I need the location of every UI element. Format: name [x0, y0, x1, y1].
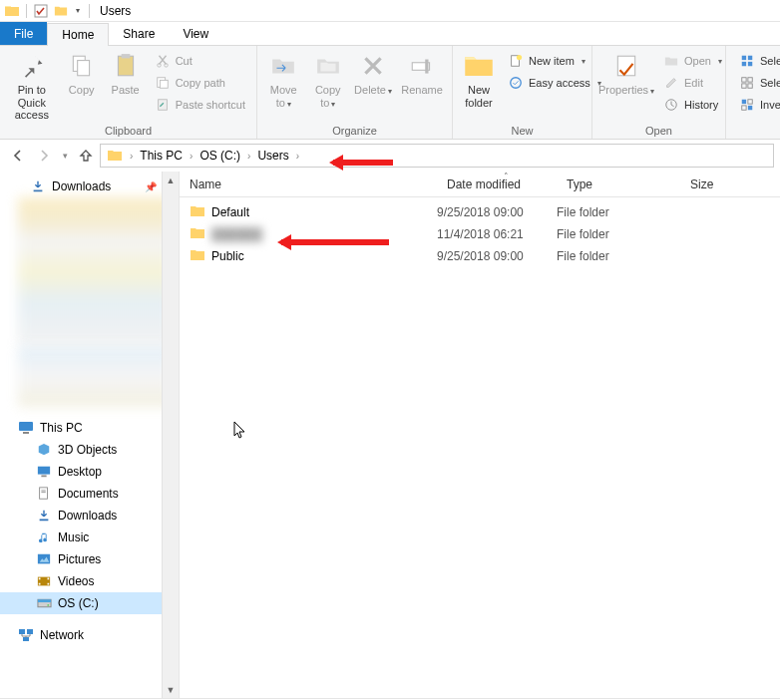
tree-3d-objects[interactable]: 3D Objects: [0, 439, 179, 461]
new-folder-icon: [463, 50, 495, 82]
qat-properties-icon[interactable]: [33, 3, 49, 19]
network-icon: [18, 627, 34, 643]
open-button[interactable]: Open▾: [660, 50, 725, 72]
svg-rect-25: [742, 100, 746, 104]
move-to-button[interactable]: Move to▾: [261, 48, 306, 124]
breadcrumb-osc[interactable]: OS (C:): [195, 145, 244, 167]
paste-button[interactable]: Paste: [104, 48, 148, 124]
tree-pictures[interactable]: Pictures: [0, 548, 179, 570]
tree-videos[interactable]: Videos: [0, 570, 179, 592]
easy-access-button[interactable]: Easy access▾: [505, 72, 604, 94]
tab-file[interactable]: File: [0, 22, 47, 45]
svg-rect-47: [19, 629, 25, 634]
scroll-down-icon[interactable]: ▼: [163, 681, 179, 698]
new-folder-button[interactable]: New folder: [457, 48, 501, 124]
tab-share[interactable]: Share: [109, 22, 169, 45]
file-list-pane: ˄ Name Date modified Type Size Default 9…: [180, 172, 780, 698]
tree-network[interactable]: Network: [0, 624, 179, 646]
history-button[interactable]: History: [660, 94, 725, 116]
svg-rect-4: [121, 54, 130, 58]
column-date[interactable]: Date modified: [437, 172, 557, 196]
easy-access-icon: [508, 75, 524, 91]
delete-icon: [357, 50, 389, 82]
svg-rect-11: [425, 60, 428, 74]
tree-scrollbar[interactable]: ▲ ▼: [162, 172, 179, 698]
svg-rect-38: [38, 554, 50, 564]
cut-icon: [155, 53, 171, 69]
rename-button[interactable]: Rename: [396, 48, 448, 124]
tree-downloads-sub[interactable]: Downloads: [0, 505, 179, 526]
group-label-open: Open: [596, 124, 721, 139]
downloads-icon: [36, 508, 52, 524]
svg-rect-43: [48, 583, 50, 585]
blurred-quick-access-items: [18, 197, 173, 347]
pictures-icon: [36, 551, 52, 567]
desktop-icon: [36, 464, 52, 480]
invert-selection-button[interactable]: Inver: [736, 94, 780, 116]
svg-rect-40: [39, 578, 41, 580]
new-item-icon: [508, 53, 524, 69]
recent-locations-button[interactable]: ▾: [58, 144, 72, 168]
cut-button[interactable]: Cut: [152, 50, 248, 72]
pin-icon: [16, 50, 48, 82]
tree-os-c[interactable]: OS (C:): [0, 592, 179, 614]
qat-dropdown-icon[interactable]: ▾: [73, 3, 83, 19]
group-label-new: New: [457, 124, 587, 139]
paste-shortcut-icon: [155, 97, 171, 113]
tab-view[interactable]: View: [169, 22, 222, 45]
address-bar[interactable]: › This PC › OS (C:) › Users ›: [100, 144, 774, 168]
music-icon: [36, 529, 52, 545]
back-button[interactable]: [6, 144, 30, 168]
delete-button[interactable]: Delete▾: [350, 48, 396, 124]
table-row[interactable]: Default 9/25/2018 09:00 File folder: [180, 201, 780, 223]
tree-downloads[interactable]: Downloads 📌: [0, 175, 179, 197]
svg-rect-22: [748, 78, 752, 82]
title-bar: ▾ Users: [0, 0, 780, 22]
svg-point-46: [47, 604, 49, 606]
svg-rect-3: [118, 56, 133, 76]
column-type[interactable]: Type: [557, 172, 680, 196]
3d-objects-icon: [36, 442, 52, 458]
select-none-button[interactable]: Select: [736, 72, 780, 94]
tab-home[interactable]: Home: [47, 23, 109, 46]
properties-button[interactable]: Properties▾: [596, 48, 656, 124]
scroll-up-icon[interactable]: ▲: [163, 172, 179, 188]
svg-rect-21: [742, 78, 746, 82]
breadcrumb-root-icon[interactable]: [103, 145, 127, 167]
group-label-select: [730, 136, 780, 139]
group-label-clipboard: Clipboard: [4, 124, 252, 139]
svg-rect-36: [41, 492, 45, 493]
column-name[interactable]: Name: [180, 172, 437, 196]
select-all-button[interactable]: Select: [736, 50, 780, 72]
blurred-items: [18, 347, 173, 407]
folder-icon: [190, 204, 205, 220]
svg-rect-32: [38, 467, 50, 475]
pin-to-quick-access-button[interactable]: Pin to Quick access: [4, 48, 60, 124]
qat-folder-icon[interactable]: [53, 3, 69, 19]
svg-rect-41: [39, 583, 41, 585]
new-item-button[interactable]: New item▾: [505, 50, 604, 72]
svg-rect-34: [40, 488, 48, 499]
paste-shortcut-button[interactable]: Paste shortcut: [152, 94, 248, 116]
tree-desktop[interactable]: Desktop: [0, 461, 179, 483]
breadcrumb-thispc[interactable]: This PC: [136, 145, 187, 167]
svg-rect-37: [40, 520, 49, 522]
tree-music[interactable]: Music: [0, 526, 179, 548]
open-icon: [663, 53, 679, 69]
copy-to-button[interactable]: Copy to▾: [306, 48, 351, 124]
breadcrumb-users[interactable]: Users: [253, 145, 292, 167]
copy-path-icon: [155, 75, 171, 91]
ribbon-tabs: File Home Share View: [0, 22, 780, 46]
folder-icon: [4, 3, 20, 19]
folder-icon: [190, 226, 205, 242]
documents-icon: [36, 486, 52, 502]
up-button[interactable]: [74, 144, 98, 168]
edit-button[interactable]: Edit: [660, 72, 725, 94]
history-icon: [663, 97, 679, 113]
tree-documents[interactable]: Documents: [0, 483, 179, 505]
copy-path-button[interactable]: Copy path: [152, 72, 248, 94]
forward-button[interactable]: [32, 144, 56, 168]
tree-thispc[interactable]: This PC: [0, 417, 179, 439]
column-size[interactable]: Size: [680, 172, 780, 196]
copy-button[interactable]: Copy: [60, 48, 104, 124]
